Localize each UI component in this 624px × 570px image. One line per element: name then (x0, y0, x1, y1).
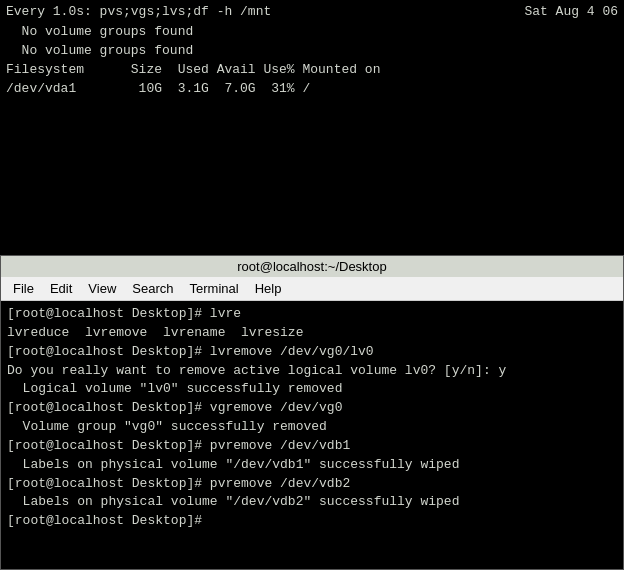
terminal-line: [root@localhost Desktop]# (7, 512, 617, 531)
top-terminal-line: No volume groups found (6, 23, 618, 42)
terminal-line: Labels on physical volume "/dev/vdb2" su… (7, 493, 617, 512)
terminal-line: Do you really want to remove active logi… (7, 362, 617, 381)
top-terminal-line: /dev/vda1 10G 3.1G 7.0G 31% / (6, 80, 618, 99)
menu-item-view[interactable]: View (80, 279, 124, 298)
menu-item-search[interactable]: Search (124, 279, 181, 298)
window-titlebar: root@localhost:~/Desktop (1, 256, 623, 277)
terminal-line: [root@localhost Desktop]# pvremove /dev/… (7, 437, 617, 456)
menu-item-edit[interactable]: Edit (42, 279, 80, 298)
terminal-line: [root@localhost Desktop]# lvremove /dev/… (7, 343, 617, 362)
window-menubar: FileEditViewSearchTerminalHelp (1, 277, 623, 301)
top-terminal-pane: Every 1.0s: pvs;vgs;lvs;df -h /mnt Sat A… (0, 0, 624, 255)
terminal-line: [root@localhost Desktop]# lvre (7, 305, 617, 324)
terminal-line: Volume group "vg0" successfully removed (7, 418, 617, 437)
terminal-line: lvreduce lvremove lvrename lvresize (7, 324, 617, 343)
menu-item-file[interactable]: File (5, 279, 42, 298)
terminal-output[interactable]: [root@localhost Desktop]# lvrelvreduce l… (1, 301, 623, 569)
terminal-line: [root@localhost Desktop]# pvremove /dev/… (7, 475, 617, 494)
terminal-line: Labels on physical volume "/dev/vdb1" su… (7, 456, 617, 475)
top-terminal-line: Filesystem Size Used Avail Use% Mounted … (6, 61, 618, 80)
menu-item-help[interactable]: Help (247, 279, 290, 298)
terminal-line: Logical volume "lv0" successfully remove… (7, 380, 617, 399)
menu-item-terminal[interactable]: Terminal (182, 279, 247, 298)
top-header-right: Sat Aug 4 06 (524, 4, 618, 19)
bottom-terminal-window: root@localhost:~/Desktop FileEditViewSea… (0, 255, 624, 570)
top-terminal-line: No volume groups found (6, 42, 618, 61)
terminal-line: [root@localhost Desktop]# vgremove /dev/… (7, 399, 617, 418)
top-header-left: Every 1.0s: pvs;vgs;lvs;df -h /mnt (6, 4, 271, 19)
top-terminal-output: No volume groups found No volume groups … (6, 23, 618, 98)
